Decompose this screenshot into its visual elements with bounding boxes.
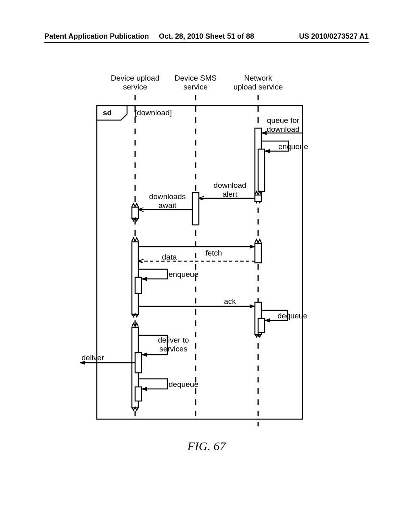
msg-downloads-await-l2: await [159, 201, 177, 210]
msg-enqueue-l1-label: enqueue [169, 270, 198, 278]
activation-l3-b [258, 149, 265, 191]
lifeline-network-upload-l2: upload service [234, 83, 283, 91]
header-left: Patent Application Publication [44, 32, 152, 41]
msg-fetch-label: fetch [205, 249, 222, 257]
header-right: US 2010/0273527 A1 [261, 32, 369, 41]
lifeline-device-sms-l1: Device SMS [175, 74, 217, 82]
figure-caption: FIG. 67 [0, 439, 413, 453]
activation-l2-a [192, 193, 199, 225]
activation-l1-c [135, 277, 142, 293]
lifeline-network-upload-l1: Network [244, 74, 272, 82]
msg-download-alert-l2: alert [223, 190, 238, 198]
page-header: Patent Application Publication Oct. 28, … [44, 32, 369, 43]
msg-deliver-to-services-l1: deliver to [158, 336, 189, 344]
msg-deliver-label: deliver [81, 353, 104, 362]
lifeline-device-upload-l2: service [123, 83, 147, 91]
msg-dequeue-l1 [138, 379, 167, 389]
msg-deliver-to-services-l2: services [159, 345, 188, 353]
msg-queue-for-download-label-l1: queue for [267, 116, 300, 125]
msg-enqueue-l3-label: enqueue [278, 142, 308, 151]
msg-enqueue-l1 [138, 269, 167, 279]
lifeline-device-upload-l1: Device upload [111, 74, 159, 82]
sd-frame [97, 106, 302, 419]
sequence-diagram: Device upload service Device SMS service… [48, 73, 331, 427]
header-mid: Oct. 28, 2010 Sheet 51 of 88 [152, 32, 261, 41]
msg-download-alert-l1: download [213, 181, 246, 189]
sd-tab [97, 106, 127, 120]
msg-dequeue-l1-label: dequeue [169, 380, 198, 389]
frame-guard: [download] [135, 108, 172, 117]
activation-l1-e [135, 353, 142, 373]
msg-data-label: data [162, 253, 177, 261]
page: Patent Application Publication Oct. 28, … [0, 0, 413, 532]
msg-downloads-await-l1: downloads [149, 192, 186, 201]
activation-l3-f [258, 318, 265, 332]
activation-l1-f [135, 387, 142, 401]
sd-label: sd [103, 108, 112, 117]
msg-ack-label: ack [224, 297, 236, 305]
msg-queue-for-download-label-l2: download [267, 125, 299, 133]
activation-l3-d [255, 243, 261, 263]
msg-dequeue-l3-label: dequeue [277, 312, 307, 320]
activation-l3-c [255, 195, 261, 202]
lifeline-device-sms-l2: service [184, 83, 208, 91]
